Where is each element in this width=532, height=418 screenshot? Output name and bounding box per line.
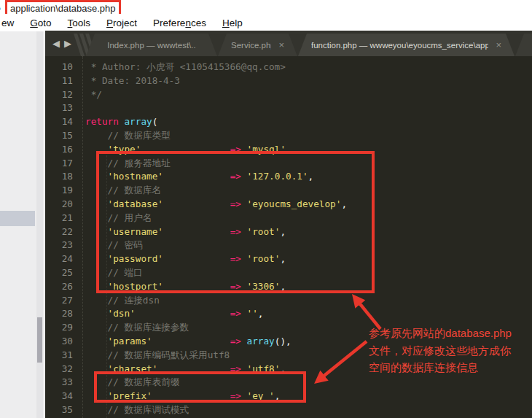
tab-function.php[interactable]: function.php — wwweyou\eyoucms_service\a… [298, 34, 515, 56]
background-window-scroll-thumb-horizontal[interactable] [0, 211, 35, 226]
titlebar: \ application\database.php [0, 0, 532, 14]
code-token [85, 376, 108, 387]
tab-close-icon[interactable]: × [496, 40, 501, 50]
code-token: 'root' [247, 226, 281, 237]
code-token: => [230, 198, 241, 209]
tab-forward-icon[interactable]: ▶ [64, 39, 71, 48]
code-token: => [230, 281, 241, 292]
line-number-gutter: 1011121314151617181920212223242526272829… [45, 61, 73, 417]
code-token: , [341, 198, 347, 209]
line-number: 26 [45, 280, 73, 294]
code-token: => [230, 171, 241, 182]
tab-service.php[interactable]: Service.php× [218, 34, 297, 56]
code-token: // 用户名 [108, 212, 152, 223]
code-token: '127.0.0.1' [247, 171, 308, 182]
code-token: '3306' [247, 281, 281, 292]
code-line: * Date: 2018-4-3 [85, 74, 347, 88]
code-token: 'eyoucms_develop' [247, 198, 342, 209]
code-token [85, 349, 108, 360]
line-number: 33 [45, 376, 73, 390]
code-token: , [275, 390, 281, 401]
code-token: , [280, 226, 286, 237]
code-lines: * Author: 小虎哥 <1105415366@qq.com> * Date… [85, 61, 347, 417]
code-token: , [286, 144, 292, 155]
line-number: 30 [45, 335, 73, 349]
code-token: 'prefix' [108, 390, 152, 401]
line-number: 31 [45, 349, 73, 363]
file-path-title: application\database.php [7, 3, 116, 14]
tab-back-icon[interactable]: ◀ [52, 39, 60, 48]
menu-item-preferences[interactable]: Preferences [145, 18, 214, 28]
code-token [85, 171, 108, 182]
code-token: 'mysql' [247, 144, 286, 155]
menu-item-help[interactable]: Help [214, 18, 251, 28]
menu-item-ew[interactable]: ew [0, 18, 22, 28]
code-line: // 数据库名 [85, 184, 347, 198]
code-line: // 数据库类型 [85, 129, 347, 143]
code-token: // 数据库调试模式 [108, 404, 189, 415]
code-token: 'hostport' [108, 281, 163, 292]
code-token [85, 267, 108, 278]
code-token: 'utf8' [247, 363, 281, 374]
line-number: 32 [45, 363, 73, 376]
line-number: 27 [45, 294, 73, 308]
tab-label: Index.php — wwwtest\.. [107, 41, 195, 50]
code-token [85, 158, 108, 169]
tab-close-icon[interactable]: × [278, 40, 284, 50]
code-token [85, 253, 108, 264]
menubar: ewGotoToolsProjectPreferencesHelp [0, 14, 532, 31]
tab-f[interactable]: F [515, 34, 532, 56]
background-window-scrollbar[interactable] [36, 31, 43, 418]
code-token [241, 226, 247, 237]
code-token [85, 390, 108, 401]
line-number: 11 [45, 74, 73, 88]
code-token: 'params' [108, 336, 152, 347]
tab-index.php[interactable]: Index.php — wwwtest\.. [86, 34, 217, 56]
code-token [241, 198, 247, 209]
code-line: * Author: 小虎哥 <1105415366@qq.com> [85, 61, 347, 74]
code-token [85, 308, 108, 319]
menu-item-goto[interactable]: Goto [22, 18, 59, 28]
code-token: // 连接dsn [108, 295, 160, 306]
code-token [163, 226, 230, 237]
code-token [241, 363, 247, 374]
gutter-divider [82, 56, 83, 418]
code-token: // 服务器地址 [108, 158, 171, 169]
code-token [163, 281, 230, 292]
code-token: => [230, 390, 241, 401]
code-token [241, 390, 247, 401]
line-number: 21 [45, 212, 73, 225]
code-token: // 数据库编码默认采用utf8 [108, 349, 230, 360]
code-token: 'dsn' [108, 308, 136, 319]
code-line: // 服务器地址 [85, 157, 347, 171]
code-token [136, 308, 230, 319]
code-line: // 用户名 [85, 212, 347, 225]
code-line: 'username' => 'root', [85, 225, 347, 239]
code-token [241, 336, 247, 347]
code-token: => [230, 308, 241, 319]
code-token: , [280, 363, 286, 374]
annotation-note-line: 文件，对应修改这些地方成你 [369, 342, 532, 360]
code-token: 'username' [108, 226, 163, 237]
menu-item-project[interactable]: Project [98, 18, 145, 28]
line-number: 24 [45, 252, 73, 266]
code-token: 'ey_' [247, 390, 275, 401]
line-number: 23 [45, 239, 73, 252]
code-line: return array( [85, 115, 347, 129]
code-token [85, 322, 108, 333]
code-token [85, 226, 108, 237]
code-line: 'database' => 'eyoucms_develop', [85, 198, 347, 212]
code-token [85, 212, 108, 223]
menu-item-tools[interactable]: Tools [60, 18, 99, 28]
code-token: 'database' [108, 198, 163, 209]
background-window-scroll-thumb[interactable] [37, 317, 42, 363]
annotation-note: 参考原先网站的database.php文件，对应修改这些地方成你空间的数据库连接… [369, 325, 532, 376]
code-token [152, 336, 230, 347]
tab-bar: ◀ ▶ Index.php — wwwtest\..Service.php×fu… [45, 31, 532, 56]
code-token [85, 130, 108, 141]
line-number: 18 [45, 170, 73, 184]
line-number: 20 [45, 198, 73, 212]
code-token [163, 171, 230, 182]
code-token [85, 185, 108, 196]
code-line: */ [85, 88, 347, 102]
